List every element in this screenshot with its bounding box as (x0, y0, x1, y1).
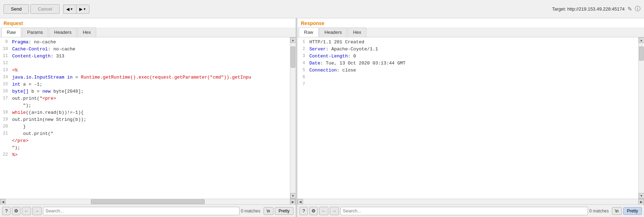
scroll-thumb[interactable] (291, 46, 295, 68)
table-row: "); (0, 102, 290, 109)
line-number: 7 (297, 81, 308, 88)
table-row: 10 Cache-Control: no-cache (0, 46, 290, 53)
response-bottom-bar: ? ⚙ ← → 0 matches \n Pretty (297, 204, 644, 217)
line-content: <% (11, 67, 290, 74)
response-scrollbar-v[interactable]: ▲ ▼ (638, 37, 644, 199)
send-button[interactable]: Send (4, 4, 29, 14)
table-row: 14 java.io.InputStream in = Runtime.getR… (0, 74, 290, 81)
line-content (11, 60, 290, 67)
scroll-right-arrow[interactable]: ▶ (290, 199, 296, 205)
scroll-thumb-h[interactable] (91, 199, 205, 204)
line-number (0, 144, 11, 151)
dropdown-icon: ▼ (70, 7, 73, 11)
scroll-down-arrow[interactable]: ▼ (290, 193, 296, 199)
next-nav-button[interactable]: ▶ ▼ (76, 5, 89, 14)
tab-request-hex[interactable]: Hex (78, 27, 96, 37)
request-code-area: 9 Pragma: no-cache 10 Cache-Control: no-… (0, 37, 296, 204)
scroll-track[interactable] (639, 43, 644, 193)
scroll-track[interactable] (290, 43, 296, 193)
line-content: out.print("<pre> (11, 95, 290, 102)
table-row: 1 HTTP/1.1 201 Created (297, 39, 638, 46)
response-tabs: Raw Headers Hex (297, 27, 644, 37)
tab-response-hex[interactable]: Hex (348, 27, 366, 37)
line-number: 14 (0, 74, 11, 81)
line-content: HTTP/1.1 201 Created (308, 39, 638, 46)
line-number: 2 (297, 46, 308, 53)
line-number: 12 (0, 60, 11, 67)
response-scroll-area[interactable]: 1 HTTP/1.1 201 Created 2 Server: Apache-… (297, 37, 644, 199)
line-number: 9 (0, 39, 11, 46)
line-content: Cache-Control: no-cache (11, 46, 290, 53)
settings-icon-btn[interactable]: ⚙ (12, 207, 20, 215)
scroll-up-arrow[interactable]: ▲ (639, 37, 644, 43)
help-icon-btn[interactable]: ? (2, 207, 11, 215)
chevron-right-icon: ▶ (79, 7, 82, 12)
request-pretty-btn[interactable]: Pretty (275, 207, 293, 215)
response-pretty-btn[interactable]: Pretty (623, 207, 642, 215)
cancel-button[interactable]: Cancel (30, 4, 59, 14)
line-number (0, 102, 11, 109)
request-code-content: 9 Pragma: no-cache 10 Cache-Control: no-… (0, 37, 290, 160)
top-toolbar: Send Cancel ◀ ▼ ▶ ▼ Target: http://219.1… (0, 0, 644, 18)
scroll-track-h-r[interactable] (303, 199, 638, 204)
response-newline-btn[interactable]: \n (612, 207, 622, 215)
request-scrollbar-v[interactable]: ▲ ▼ (290, 37, 296, 199)
line-number: 11 (0, 53, 11, 60)
table-row: </pre> (0, 137, 290, 144)
scroll-down-arrow[interactable]: ▼ (639, 193, 644, 199)
line-number: 10 (0, 46, 11, 53)
scroll-thumb[interactable] (639, 46, 644, 61)
table-row: 5 Connection: close (297, 67, 638, 74)
tab-request-headers[interactable]: Headers (49, 27, 77, 37)
request-bottom-bar: ? ⚙ ← → 0 matches \n Pretty (0, 204, 296, 217)
table-row: 22 %> (0, 151, 290, 159)
response-prev-search-btn[interactable]: ← (319, 207, 328, 215)
line-content: %> (11, 151, 290, 159)
target-info: Target: http://219.153.49.228:45174 ✎ ⓘ (552, 5, 640, 13)
line-content: int a = -1; (11, 81, 290, 88)
request-scrollbar-h[interactable]: ◀ ▶ (0, 199, 296, 204)
line-content: Connection: close (308, 67, 638, 74)
line-content: Content-Length: 0 (308, 53, 638, 60)
table-row: 12 (0, 60, 290, 67)
table-row: 18 while((a=in.read(b))!=-1){ (0, 109, 290, 116)
line-number: 15 (0, 81, 11, 88)
response-help-icon-btn[interactable]: ? (299, 207, 308, 215)
response-next-search-btn[interactable]: → (330, 207, 339, 215)
prev-nav-button[interactable]: ◀ ▼ (63, 5, 76, 14)
edit-icon[interactable]: ✎ (627, 6, 632, 12)
request-title: Request (0, 18, 296, 27)
table-row: 3 Content-Length: 0 (297, 53, 638, 60)
prev-search-btn[interactable]: ← (22, 207, 31, 215)
table-row: 6 (297, 74, 638, 81)
tab-response-headers[interactable]: Headers (319, 27, 347, 37)
help-icon[interactable]: ⓘ (635, 5, 640, 13)
tab-response-raw[interactable]: Raw (299, 27, 318, 37)
table-row: "); (0, 144, 290, 151)
line-number: 3 (297, 53, 308, 60)
request-scroll-area[interactable]: 9 Pragma: no-cache 10 Cache-Control: no-… (0, 37, 296, 199)
scroll-right-arrow-r[interactable]: ▶ (638, 199, 644, 205)
request-search-input[interactable] (43, 207, 240, 215)
response-title: Response (297, 18, 644, 27)
line-number: 20 (0, 123, 11, 130)
table-row: 7 (297, 81, 638, 88)
scroll-left-arrow[interactable]: ◀ (0, 199, 6, 205)
line-content (308, 81, 638, 88)
tab-request-raw[interactable]: Raw (1, 27, 21, 37)
response-search-input[interactable] (340, 207, 588, 215)
line-content (308, 74, 638, 81)
next-search-btn[interactable]: → (32, 207, 42, 215)
scroll-track-h[interactable] (6, 199, 290, 204)
line-content: </pre> (11, 137, 290, 144)
line-content: out.print(" (11, 130, 290, 137)
response-code-area: 1 HTTP/1.1 201 Created 2 Server: Apache-… (297, 37, 644, 204)
request-newline-btn[interactable]: \n (264, 207, 273, 215)
scroll-left-arrow-r[interactable]: ◀ (297, 199, 303, 205)
line-content: while((a=in.read(b))!=-1){ (11, 109, 290, 116)
tab-request-params[interactable]: Params (22, 27, 48, 37)
line-content: Server: Apache-Coyote/1.1 (308, 46, 638, 53)
scroll-up-arrow[interactable]: ▲ (290, 37, 296, 43)
table-row: 17 out.print("<pre> (0, 95, 290, 102)
response-settings-icon-btn[interactable]: ⚙ (309, 207, 318, 215)
